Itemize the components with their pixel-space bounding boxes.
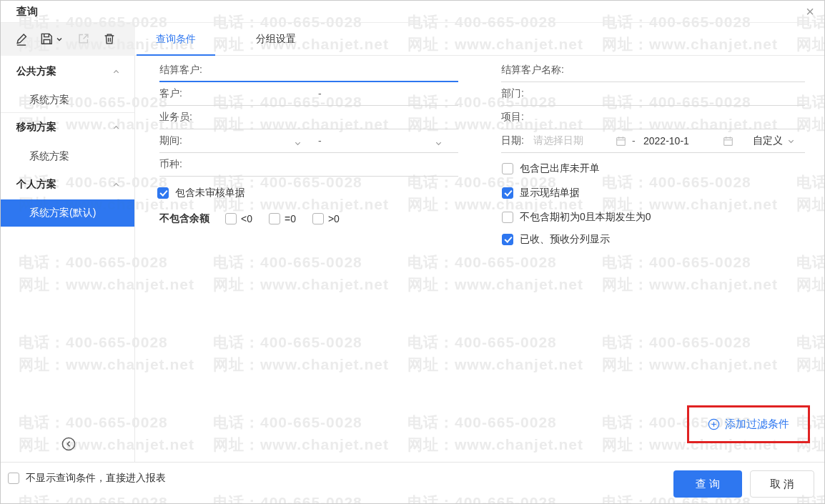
query-conditions-panel: 结算客户: 客户: - 业务员: 期间: - 币种: bbox=[135, 56, 824, 462]
period-field[interactable]: 期间: - bbox=[159, 129, 458, 153]
sidebar-group-personal[interactable]: 个人方案 bbox=[1, 171, 134, 198]
chevron-up-icon bbox=[112, 68, 120, 76]
add-filter-link[interactable]: 添加过滤条件 bbox=[725, 417, 789, 431]
edit-icon[interactable] bbox=[14, 31, 29, 46]
sidebar-group-mobile[interactable]: 移动方案 bbox=[1, 114, 134, 141]
checkbox-exclude-zero-balance[interactable]: 不包含期初为0且本期发生为0 bbox=[502, 205, 651, 229]
currency-field[interactable]: 币种: bbox=[159, 153, 458, 177]
delete-icon[interactable] bbox=[102, 31, 117, 46]
checkbox-balance-lt0[interactable]: <0 bbox=[225, 213, 252, 224]
salesman-field[interactable]: 业务员: bbox=[159, 106, 458, 129]
export-icon bbox=[76, 31, 91, 46]
checkbox bbox=[157, 187, 169, 199]
chevron-down-icon bbox=[787, 137, 795, 145]
query-button[interactable]: 查 询 bbox=[673, 470, 742, 498]
settle-customer-field[interactable]: 结算客户: bbox=[159, 59, 458, 82]
chevron-up-icon bbox=[112, 124, 120, 132]
checkbox-show-cash-settled[interactable]: 显示现结单据 bbox=[502, 181, 580, 204]
collapse-sidebar-icon[interactable] bbox=[60, 435, 77, 453]
scheme-sidebar: 公共方案 系统方案 移动方案 系统方案 个人方案 系统方案(默认) bbox=[1, 56, 135, 462]
query-dialog: 查询 × 查询条件 分组设置 公共方案 系统方案 bbox=[0, 0, 825, 504]
checkbox bbox=[225, 213, 237, 224]
date-range-type-select[interactable]: 自定义 bbox=[753, 134, 795, 147]
checkbox-received-prepaid-split[interactable]: 已收、预收分列显示 bbox=[502, 227, 610, 251]
checkbox-include-shipped-unbilled[interactable]: 包含已出库未开单 bbox=[502, 157, 600, 180]
dialog-footer: 不显示查询条件，直接进入报表 查 询 取 消 bbox=[1, 462, 824, 503]
add-filter-highlight-box: 添加过滤条件 bbox=[687, 405, 810, 443]
sidebar-item-system-scheme[interactable]: 系统方案 bbox=[1, 144, 134, 169]
period-to-chevron-down-icon[interactable] bbox=[435, 137, 443, 150]
date-end-input[interactable]: 2022-10-1 bbox=[643, 135, 689, 147]
sidebar-group-public[interactable]: 公共方案 bbox=[1, 58, 134, 85]
tab-query-conditions[interactable]: 查询条件 bbox=[137, 23, 215, 55]
checkbox-balance-gt0[interactable]: >0 bbox=[312, 213, 340, 224]
settle-customer-name-field[interactable]: 结算客户名称: bbox=[501, 59, 805, 82]
sidebar-item-system-scheme-default[interactable]: 系统方案(默认) bbox=[1, 199, 134, 227]
date-range-field[interactable]: 日期: 请选择日期 - 2022-10-1 自定义 bbox=[501, 129, 805, 153]
toolbar bbox=[1, 23, 135, 56]
tab-bar: 查询条件 分组设置 bbox=[135, 23, 824, 56]
checkbox-balance-eq0[interactable]: =0 bbox=[269, 213, 296, 224]
cancel-button[interactable]: 取 消 bbox=[750, 470, 814, 498]
checkbox bbox=[502, 163, 513, 174]
tab-group-settings[interactable]: 分组设置 bbox=[237, 23, 315, 55]
checkbox bbox=[312, 213, 324, 224]
checkbox bbox=[502, 234, 513, 245]
checkbox bbox=[502, 187, 513, 199]
exclude-balance-row: 不包含余额 <0 =0 >0 bbox=[159, 207, 350, 230]
title-bar: 查询 × bbox=[1, 1, 824, 23]
project-field[interactable]: 项目: bbox=[501, 106, 805, 129]
checkbox bbox=[269, 213, 280, 224]
department-field[interactable]: 部门: bbox=[501, 82, 805, 106]
chevron-up-icon bbox=[112, 181, 120, 189]
calendar-icon[interactable] bbox=[723, 136, 733, 149]
save-icon[interactable] bbox=[39, 31, 63, 46]
calendar-icon[interactable] bbox=[616, 136, 626, 149]
save-dropdown-chevron bbox=[56, 36, 63, 43]
sidebar-item-system-scheme[interactable]: 系统方案 bbox=[1, 87, 134, 113]
customer-field[interactable]: 客户: - bbox=[159, 82, 458, 106]
sidebar-divider bbox=[1, 112, 134, 113]
checkbox-skip-query-conditions[interactable]: 不显示查询条件，直接进入报表 bbox=[8, 472, 166, 485]
form-left-column: 结算客户: 客户: - 业务员: 期间: - 币种: bbox=[159, 59, 458, 177]
period-from-chevron-down-icon[interactable] bbox=[294, 137, 302, 150]
form-right-column: 结算客户名称: 部门: 项目: 日期: 请选择日期 - 2022-10-1 bbox=[501, 59, 805, 153]
date-start-input[interactable]: 请选择日期 bbox=[533, 134, 583, 147]
checkbox bbox=[8, 473, 19, 484]
close-icon[interactable]: × bbox=[806, 4, 814, 19]
plus-circle-icon[interactable] bbox=[708, 418, 720, 430]
checkbox-include-unaudited[interactable]: 包含未审核单据 bbox=[157, 181, 245, 204]
checkbox bbox=[502, 212, 513, 223]
dialog-title: 查询 bbox=[16, 5, 38, 19]
